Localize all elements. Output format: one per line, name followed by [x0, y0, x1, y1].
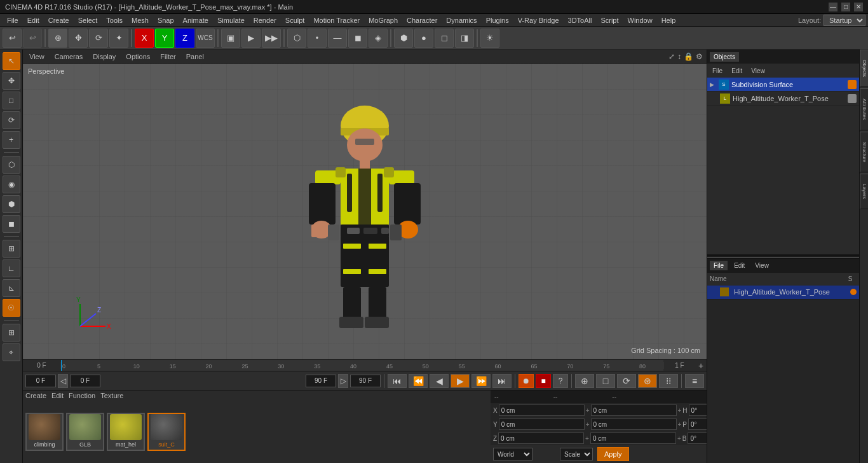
mat-texture-menu[interactable]: Texture	[100, 392, 123, 399]
menu-mograph[interactable]: MoGraph	[364, 15, 402, 25]
menu-tools[interactable]: Tools	[102, 15, 127, 25]
timeline-track[interactable]: 0 5 10 15 20 25 30 35 40 45 50 55 60 65 …	[61, 360, 663, 371]
menu-window[interactable]: Window	[623, 15, 657, 25]
play-back-button[interactable]: ◀	[430, 374, 449, 388]
edges-mode-button[interactable]: —	[328, 29, 347, 48]
menu-edit[interactable]: Edit	[23, 15, 44, 25]
display-lines-button[interactable]: ◻	[435, 29, 454, 48]
material-glb[interactable]: GLB	[66, 413, 104, 451]
objects-edit-menu[interactable]: Edit	[729, 66, 745, 76]
apply-button[interactable]: Apply	[597, 447, 629, 461]
display-iso-button[interactable]: ◨	[455, 29, 474, 48]
info-button[interactable]: ⊾	[3, 279, 20, 297]
menu-vray[interactable]: V-Ray Bridge	[513, 15, 564, 25]
timeline[interactable]: 0 F 0 5 10 15 20 25 30 35 40 45 50 55	[23, 359, 707, 371]
vp-panel-menu[interactable]: Panel	[184, 52, 207, 62]
vp-settings-icon[interactable]: ⚙	[696, 52, 703, 61]
vp-filter-menu[interactable]: Filter	[158, 52, 178, 62]
end-frame-field[interactable]	[306, 375, 336, 387]
render-region-button[interactable]: ▣	[221, 29, 240, 48]
menu-plugins[interactable]: Plugins	[482, 15, 513, 25]
render-active-button[interactable]: ▶	[241, 29, 261, 48]
coord-y-pos[interactable]	[499, 418, 585, 430]
max-frame-field-btn[interactable]: ▷	[338, 374, 348, 388]
menu-render[interactable]: Render	[249, 15, 281, 25]
undo-button[interactable]: ↩	[3, 29, 22, 48]
menu-file[interactable]: File	[3, 15, 23, 25]
frame-step-back-button[interactable]: ◁	[58, 374, 68, 388]
menu-dynamics[interactable]: Dynamics	[442, 15, 481, 25]
redo-button[interactable]: ↩	[23, 29, 42, 48]
objects-tab[interactable]: Objects	[710, 52, 739, 62]
menu-snap[interactable]: Snap	[153, 15, 179, 25]
objects-view-menu[interactable]: View	[749, 66, 768, 76]
render-all-button[interactable]: ▶▶	[262, 29, 281, 48]
object-mode-button[interactable]: ⬡	[287, 29, 306, 48]
side-tab-layers[interactable]: Layers	[860, 174, 868, 209]
world-coord-button[interactable]: WCS	[196, 29, 215, 48]
rotate-tool-button[interactable]: ⟳	[89, 29, 108, 48]
question-button[interactable]: ?	[553, 374, 568, 388]
attr-file-tab[interactable]: File	[710, 261, 728, 270]
floor-button[interactable]: ⊞	[3, 240, 20, 258]
animation-key-button[interactable]: ≡	[685, 374, 704, 388]
menu-motion-tracker[interactable]: Motion Tracker	[309, 15, 364, 25]
menu-help[interactable]: Help	[657, 15, 681, 25]
object-row-subdivision[interactable]: ▶ S Subdivision Surface	[707, 78, 859, 92]
vp-cameras-menu[interactable]: Cameras	[52, 52, 86, 62]
stop-button[interactable]: ■	[536, 374, 551, 388]
menu-create[interactable]: Create	[44, 15, 74, 25]
close-button[interactable]: ✕	[854, 3, 863, 11]
keyframe-all-button[interactable]: ⊛	[638, 374, 657, 388]
edge-mode-button[interactable]: ⬢	[3, 195, 20, 213]
keyframe-move-button[interactable]: ⊕	[575, 374, 594, 388]
obj-visibility-dot-1[interactable]	[848, 80, 857, 89]
transform-button[interactable]: ✦	[109, 29, 128, 48]
side-tab-attributes[interactable]: Attributes	[860, 88, 868, 130]
menu-mesh[interactable]: Mesh	[127, 15, 153, 25]
mat-function-menu[interactable]: Function	[69, 392, 95, 399]
coord-z-size[interactable]	[590, 432, 676, 444]
coord-x-size[interactable]	[591, 404, 677, 416]
minimize-button[interactable]: —	[829, 3, 837, 11]
light-button[interactable]: ☀	[480, 29, 499, 48]
attr-view-tab[interactable]: View	[751, 261, 773, 270]
mat-create-menu[interactable]: Create	[25, 392, 46, 399]
menu-simulate[interactable]: Simulate	[213, 15, 249, 25]
menu-character[interactable]: Character	[402, 15, 442, 25]
vp-lock-icon[interactable]: 🔒	[684, 52, 693, 61]
scale-dropdown[interactable]: Scale	[560, 448, 593, 460]
attr-row-worker[interactable]: High_Altitude_Worker_T_Pose	[707, 286, 859, 300]
points-mode-button[interactable]: •	[308, 29, 327, 48]
material-mat-hel[interactable]: mat_hel	[107, 413, 145, 451]
obj-mode-button[interactable]: ⬡	[3, 156, 20, 174]
move-left-button[interactable]: ✥	[3, 72, 20, 90]
scale-left-button[interactable]: □	[3, 92, 20, 109]
mat-edit-menu[interactable]: Edit	[51, 392, 64, 399]
pts-mode-button[interactable]: ◉	[3, 176, 20, 193]
object-row-worker[interactable]: L High_Altitude_Worker_T_Pose	[707, 92, 859, 106]
coord-y-size[interactable]	[591, 418, 677, 430]
objects-file-menu[interactable]: File	[710, 66, 725, 76]
side-tab-objects[interactable]: Objects	[860, 50, 868, 87]
layer1-button[interactable]: ⊞	[3, 324, 20, 342]
coord-x-pos[interactable]	[499, 404, 585, 416]
vp-view-menu[interactable]: View	[27, 52, 47, 62]
poly-mode-button[interactable]: ◼	[3, 215, 20, 233]
y-axis-button[interactable]: Y	[155, 29, 174, 48]
display-wireframe-button[interactable]: ⬢	[394, 29, 413, 48]
max-frame-field[interactable]	[350, 375, 381, 387]
vp-expand-icon[interactable]: ⤢	[668, 52, 675, 61]
go-end-button[interactable]: ⏭	[492, 374, 512, 388]
keyframe-scale-button[interactable]: □	[596, 374, 615, 388]
current-frame-field[interactable]	[25, 375, 56, 387]
coord-z-pos[interactable]	[498, 432, 584, 444]
step-back-button[interactable]: ⏪	[409, 374, 428, 388]
start-frame-field[interactable]	[70, 375, 100, 387]
step-forward-button[interactable]: ⏩	[471, 374, 491, 388]
measure-button[interactable]: ∟	[3, 259, 20, 277]
vp-display-menu[interactable]: Display	[90, 52, 118, 62]
magnet-button[interactable]: ☉	[3, 299, 20, 317]
polygon-mode-button[interactable]: ◼	[348, 29, 367, 48]
maximize-button[interactable]: □	[841, 3, 850, 11]
